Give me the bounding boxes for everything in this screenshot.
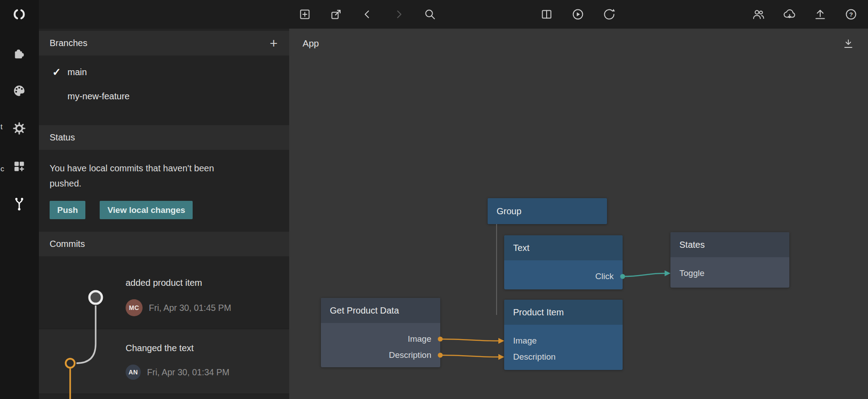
node-states[interactable]: States Toggle: [670, 232, 789, 288]
styles-panel-button[interactable]: [7, 79, 31, 103]
commits-title: Commits: [50, 239, 85, 249]
port-label: Description: [389, 350, 431, 360]
settings-panel-button[interactable]: [7, 116, 31, 140]
commit-item[interactable]: added product item MC Fri, Apr 30, 01:45…: [39, 256, 289, 329]
connection-image: [440, 339, 498, 341]
commit-message: added product item: [126, 278, 289, 288]
commit-meta: MC Fri, Apr 30, 01:45 PM: [126, 299, 289, 316]
node-title-bar: Get Product Data: [321, 298, 440, 323]
node-title: States: [679, 240, 705, 250]
add-branch-button[interactable]: +: [270, 37, 278, 50]
node-body: Toggle: [670, 257, 789, 281]
collaborators-button[interactable]: [748, 4, 769, 25]
branch-name: my-new-feature: [67, 91, 130, 102]
node-library-icon: [11, 158, 27, 174]
node-get-product-data[interactable]: Get Product Data Image Description: [321, 298, 440, 367]
status-body: You have local commits that haven't been…: [39, 150, 289, 232]
refresh-button[interactable]: [599, 4, 619, 25]
deploy-button[interactable]: [810, 4, 830, 25]
arrowhead-description: [498, 354, 504, 360]
toolbar-right-group: ?: [748, 4, 861, 25]
help-button[interactable]: ?: [841, 4, 861, 25]
output-port-image[interactable]: Image: [321, 331, 440, 347]
components-panel-button[interactable]: [7, 42, 31, 66]
status-message: You have local commits that haven't been…: [50, 161, 228, 191]
input-port-description[interactable]: Description: [504, 349, 623, 365]
noodl-logo-icon: [11, 7, 27, 23]
commit-meta: AN Fri, Apr 30, 01:34 PM: [126, 365, 289, 380]
input-port-image[interactable]: Image: [504, 333, 623, 349]
status-section-header: Status: [39, 125, 289, 150]
branch-item-main[interactable]: ✓ main: [39, 60, 289, 84]
play-circle-icon: [571, 7, 585, 21]
new-component-button[interactable]: [326, 4, 346, 25]
port-label: Click: [595, 272, 614, 281]
arrowhead-image: [498, 338, 504, 344]
node-canvas[interactable]: App Group Text Click States: [289, 29, 868, 399]
search-button[interactable]: [420, 4, 440, 25]
branch-name: main: [67, 67, 87, 77]
cloud-sync-button[interactable]: [779, 4, 800, 25]
node-title: Group: [497, 206, 522, 216]
commit-item-partial: [39, 394, 289, 399]
new-component-icon: [329, 7, 343, 21]
upload-icon: [813, 7, 827, 21]
node-body: Image Description: [504, 325, 623, 365]
node-group[interactable]: Group: [488, 198, 607, 224]
breadcrumb-app[interactable]: App: [303, 38, 319, 49]
back-button[interactable]: [357, 4, 378, 25]
forward-button[interactable]: [388, 4, 409, 25]
node-library-button[interactable]: [7, 154, 31, 178]
version-control-button[interactable]: [7, 192, 31, 216]
clipped-edge-text: t: [0, 123, 3, 132]
status-title: Status: [50, 132, 75, 143]
toolbar: ?: [39, 0, 868, 29]
question-circle-icon: ?: [844, 7, 858, 21]
node-body: Click: [504, 260, 623, 284]
add-node-button[interactable]: [295, 4, 315, 25]
commit-date: Fri, Apr 30, 01:34 PM: [147, 367, 229, 378]
cloud-icon: [782, 7, 796, 21]
split-view-button[interactable]: [536, 4, 557, 25]
push-button[interactable]: Push: [50, 201, 85, 219]
branches-section-header: Branches +: [39, 31, 289, 55]
puzzle-icon: [11, 46, 27, 62]
input-port-toggle[interactable]: Toggle: [670, 265, 789, 281]
logo-button[interactable]: [7, 3, 31, 27]
connection-description: [440, 355, 498, 357]
node-product-item[interactable]: Product Item Image Description: [504, 300, 623, 370]
toolbar-center-group: [536, 4, 619, 25]
commit-message: Changed the text: [126, 343, 289, 353]
checkmark-icon: ✓: [52, 66, 67, 78]
branch-list: ✓ main ✓ my-new-feature: [39, 55, 289, 108]
arrowhead-toggle: [665, 271, 670, 276]
git-branch-icon: [11, 196, 27, 212]
download-button[interactable]: [839, 35, 857, 53]
gear-icon: [11, 120, 27, 136]
branch-item-my-new-feature[interactable]: ✓ my-new-feature: [39, 84, 289, 108]
port-label: Toggle: [679, 268, 704, 278]
clipped-edge-text: c: [0, 165, 4, 174]
branches-title: Branches: [50, 38, 88, 48]
commits-section-header: Commits: [39, 232, 289, 256]
refresh-icon: [602, 7, 616, 21]
view-local-changes-button[interactable]: View local changes: [100, 201, 193, 219]
version-control-panel: Branches + ✓ main ✓ my-new-feature Statu…: [39, 29, 289, 399]
users-icon: [751, 7, 766, 21]
app-window: t c: [0, 0, 868, 399]
connection-click-toggle: [623, 273, 665, 276]
output-port-click[interactable]: Click: [504, 268, 623, 284]
port-label: Image: [513, 336, 537, 346]
add-node-icon: [298, 7, 312, 21]
download-icon: [842, 37, 855, 51]
node-text[interactable]: Text Click: [504, 235, 623, 289]
status-buttons: Push View local changes: [50, 201, 271, 219]
author-avatar: MC: [126, 299, 143, 316]
output-port-description[interactable]: Description: [321, 347, 440, 363]
node-title-bar: States: [670, 232, 789, 257]
author-avatar: AN: [126, 365, 141, 380]
node-title-bar: Group: [488, 198, 607, 224]
commit-item[interactable]: Changed the text AN Fri, Apr 30, 01:34 P…: [39, 329, 289, 394]
run-preview-button[interactable]: [568, 4, 588, 25]
node-title: Get Product Data: [330, 306, 399, 316]
